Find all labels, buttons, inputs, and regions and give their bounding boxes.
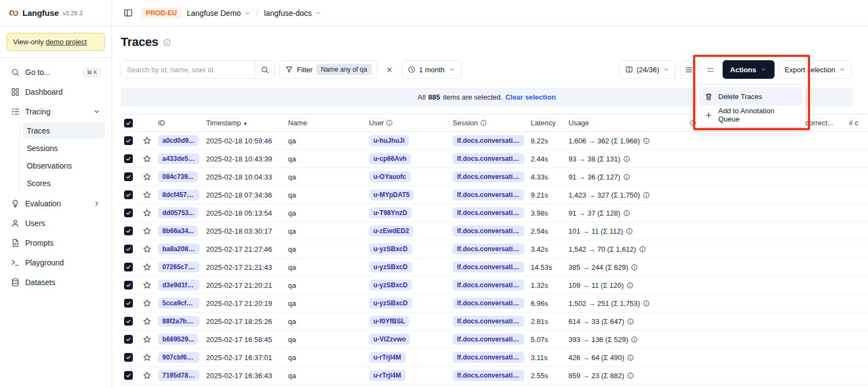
trace-id-badge[interactable]: 084c739... xyxy=(158,171,198,182)
user-badge[interactable]: u-VIZzvwo xyxy=(369,334,410,345)
column-header-name[interactable]: Name xyxy=(285,114,366,132)
user-badge[interactable]: u-OYauofc xyxy=(369,171,410,182)
session-badge[interactable]: lf.docs.conversation... xyxy=(453,352,524,363)
sidebar-item-evaluation[interactable]: Evaluation xyxy=(7,195,105,212)
row-checkbox[interactable] xyxy=(124,172,133,181)
table-row[interactable]: 8dcf4574... 2025-02-18 07:34:36 qa u-MYp… xyxy=(121,186,868,204)
row-checkbox[interactable] xyxy=(124,335,133,344)
star-icon[interactable] xyxy=(143,353,151,362)
row-checkbox[interactable] xyxy=(124,154,133,163)
row-checkbox[interactable] xyxy=(124,299,133,308)
trace-id-badge[interactable]: a0cd0d9... xyxy=(158,135,198,146)
sidebar-item-prompts[interactable]: Prompts xyxy=(7,234,105,252)
column-header-session[interactable]: Session xyxy=(449,114,527,132)
table-row[interactable]: b669529... 2025-02-17 16:58:45 qa u-VIZz… xyxy=(121,331,868,349)
column-header-usage[interactable]: Usage xyxy=(565,114,686,132)
info-icon[interactable] xyxy=(163,38,171,47)
user-badge[interactable]: u-yzSBxcD xyxy=(369,262,412,273)
trace-id-badge[interactable]: 07265c7a... xyxy=(158,262,200,273)
trace-id-badge[interactable]: 907cbf6e... xyxy=(158,352,200,363)
session-badge[interactable]: lf.docs.conversation... xyxy=(453,334,524,345)
trace-id-badge[interactable]: 8dcf4574... xyxy=(158,189,200,200)
session-badge[interactable]: lf.docs.conversation... xyxy=(453,189,524,200)
table-row[interactable]: 907cbf6e... 2025-02-17 16:37:01 qa u-rTr… xyxy=(121,349,868,367)
column-header-id[interactable]: ID xyxy=(155,114,203,132)
trace-id-badge[interactable]: d3e9d1f2... xyxy=(158,280,200,291)
table-row[interactable]: 084c739... 2025-02-18 10:04:33 qa u-OYau… xyxy=(121,168,868,186)
row-checkbox[interactable] xyxy=(124,317,133,326)
sidebar-item-playground[interactable]: Playground xyxy=(7,254,105,271)
sidebar-item-dashboard[interactable]: Dashboard xyxy=(7,83,105,101)
row-checkbox[interactable] xyxy=(124,281,133,289)
session-badge[interactable]: lf.docs.conversation... xyxy=(453,370,524,381)
user-badge[interactable]: u-cp66Avh xyxy=(369,153,411,164)
star-icon[interactable] xyxy=(143,154,151,163)
trace-id-badge[interactable]: 5cca9cf2... xyxy=(158,298,200,309)
user-badge[interactable]: u-f0YfBSL xyxy=(369,316,409,327)
session-badge[interactable]: lf.docs.conversation... xyxy=(453,316,524,327)
sidebar-item-users[interactable]: Users xyxy=(7,215,105,232)
trace-id-badge[interactable]: b669529... xyxy=(158,334,198,345)
project-switcher[interactable]: langfuse-docs xyxy=(264,9,321,18)
star-icon[interactable] xyxy=(143,209,151,217)
sidebar-item-tracing[interactable]: Tracing xyxy=(7,103,105,120)
session-badge[interactable]: lf.docs.conversation... xyxy=(453,153,524,164)
user-badge[interactable]: u-rTrjl4M xyxy=(369,352,406,363)
row-checkbox[interactable] xyxy=(124,227,133,235)
star-icon[interactable] xyxy=(143,371,151,380)
star-icon[interactable] xyxy=(143,281,151,289)
user-badge[interactable]: u-T98YnzD xyxy=(369,207,412,218)
star-icon[interactable] xyxy=(143,190,151,199)
row-checkbox[interactable] xyxy=(124,353,133,362)
column-visibility-button[interactable]: (24/36) xyxy=(619,60,676,79)
export-selection-button[interactable]: Export selection xyxy=(779,60,852,79)
star-icon[interactable] xyxy=(143,299,151,308)
user-badge[interactable]: u-zEwdED2 xyxy=(369,225,413,236)
sidebar-item-goto[interactable]: Go to... ⌘ K xyxy=(7,63,105,81)
select-all-checkbox[interactable] xyxy=(124,119,133,128)
trace-id-badge[interactable]: dd05753... xyxy=(158,207,198,218)
star-icon[interactable] xyxy=(143,317,151,326)
actions-button[interactable]: Actions xyxy=(723,60,775,79)
trace-id-badge[interactable]: 88f2a7b0... xyxy=(158,316,200,327)
table-row[interactable]: 88f2a7b0... 2025-02-17 18:25:26 qa u-f0Y… xyxy=(121,312,868,331)
user-badge[interactable]: u-yzSBxcD xyxy=(369,298,412,309)
clear-selection-link[interactable]: Clear selection xyxy=(505,93,556,101)
sidebar-item-traces[interactable]: Traces xyxy=(22,123,105,139)
row-checkbox[interactable] xyxy=(124,245,133,253)
row-height-compact-button[interactable] xyxy=(680,60,699,79)
row-checkbox[interactable] xyxy=(124,190,133,199)
star-icon[interactable] xyxy=(143,335,151,344)
column-header-user[interactable]: User xyxy=(366,114,449,132)
table-row[interactable]: dd05753... 2025-02-18 05:13:54 qa u-T98Y… xyxy=(121,204,868,222)
table-row[interactable]: 7195d78e... 2025-02-17 16:36:43 qa u-rTr… xyxy=(121,367,868,385)
session-badge[interactable]: lf.docs.conversation... xyxy=(453,225,524,236)
column-header-extra[interactable]: # c xyxy=(846,114,868,132)
session-badge[interactable]: lf.docs.conversation... xyxy=(453,207,524,218)
row-checkbox[interactable] xyxy=(124,371,133,380)
session-badge[interactable]: lf.docs.conversation... xyxy=(453,244,524,254)
org-switcher[interactable]: Langfuse Demo xyxy=(187,9,251,18)
row-checkbox[interactable] xyxy=(124,136,133,145)
trace-id-badge[interactable]: 8b66a34... xyxy=(158,225,198,236)
star-icon[interactable] xyxy=(143,136,151,145)
column-header-timestamp[interactable]: Timestamp▼ xyxy=(203,114,285,132)
sidebar-toggle-button[interactable] xyxy=(120,5,136,21)
table-row[interactable]: a433de51... 2025-02-18 10:43:39 qa u-cp6… xyxy=(121,150,868,168)
table-row[interactable]: 07265c7a... 2025-02-17 21:21:43 qa u-yzS… xyxy=(121,258,868,276)
session-badge[interactable]: lf.docs.conversation... xyxy=(453,171,524,182)
demo-project-link[interactable]: demo project xyxy=(46,38,87,46)
user-badge[interactable]: u-rTrjl4M xyxy=(369,370,406,381)
user-badge[interactable]: u-yzSBxcD xyxy=(369,280,412,291)
user-badge[interactable]: u-yzSBxcD xyxy=(369,244,412,254)
user-badge[interactable]: u-huJhuJi xyxy=(369,135,409,146)
star-icon[interactable] xyxy=(143,263,151,271)
session-badge[interactable]: lf.docs.conversation... xyxy=(453,280,524,291)
search-button[interactable] xyxy=(255,61,274,78)
table-row[interactable]: d3e9d1f2... 2025-02-17 21:20:21 qa u-yzS… xyxy=(121,276,868,294)
star-icon[interactable] xyxy=(143,172,151,181)
row-checkbox[interactable] xyxy=(124,209,133,217)
time-range-button[interactable]: 1 month xyxy=(402,60,461,79)
search-input[interactable] xyxy=(121,61,255,78)
table-row[interactable]: ba8a208f... 2025-02-17 21:27:46 qa u-yzS… xyxy=(121,240,868,258)
